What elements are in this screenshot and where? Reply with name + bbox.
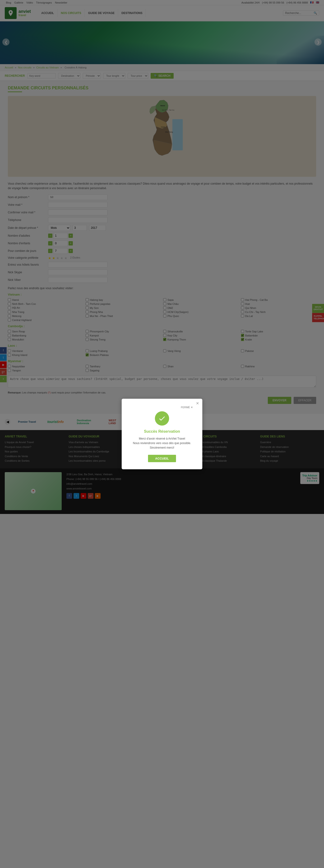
modal-text: Merci d'avoir réservé à AnViet Travel No… (131, 436, 193, 450)
success-modal: FERMÉ ✕ ✕ Succès Réservation Merci d'avo… (122, 399, 202, 469)
modal-overlay[interactable]: FERMÉ ✕ ✕ Succès Réservation Merci d'avo… (0, 0, 324, 514)
success-icon (155, 411, 169, 426)
modal-accueil-button[interactable]: ACCUEIL (148, 455, 176, 462)
modal-close-button[interactable]: ✕ (196, 401, 199, 406)
checkmark-icon (158, 415, 166, 422)
modal-ferme-label: FERMÉ ✕ (181, 406, 193, 409)
modal-title: Succès Réservation (131, 429, 193, 434)
